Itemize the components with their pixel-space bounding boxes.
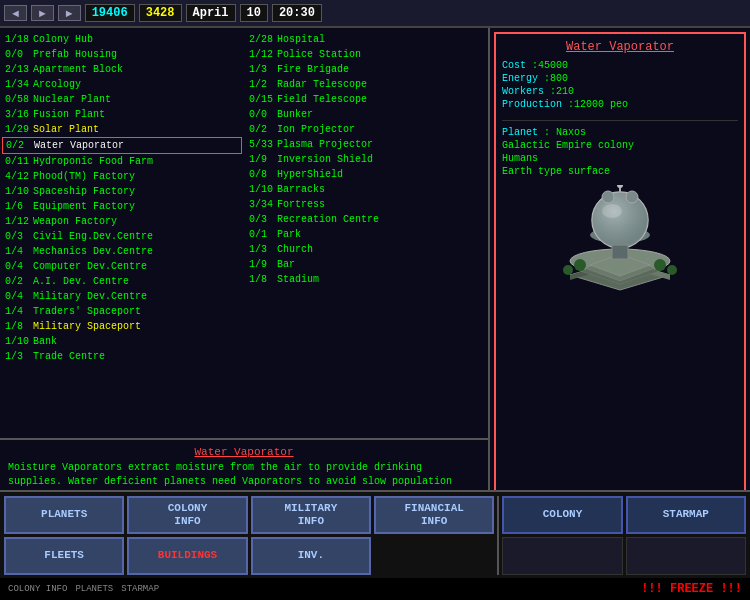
top-bar: ◄ ► ► 19406 3428 April 10 20:30 — [0, 0, 750, 28]
stat-month: April — [186, 4, 236, 22]
svg-point-14 — [617, 185, 623, 188]
building-image — [502, 185, 738, 295]
info-workers: Workers :210 — [502, 86, 738, 97]
building-item-col1-5[interactable]: 3/16Fusion Plant — [2, 107, 242, 122]
building-item-col2-12[interactable]: 0/3Recreation Centre — [246, 212, 486, 227]
building-col1: 1/18Colony Hub0/0Prefab Housing2/13Apart… — [0, 28, 244, 438]
btn-starmap[interactable]: STARMAP — [626, 496, 746, 534]
left-panel: 1/18Colony Hub0/0Prefab Housing2/13Apart… — [0, 28, 490, 518]
btn-inv[interactable]: INV. — [251, 537, 371, 575]
svg-point-19 — [667, 265, 677, 275]
info-title: Water Vaporator — [502, 40, 738, 54]
building-item-col1-3[interactable]: 1/34Arcology — [2, 77, 242, 92]
stat-population: 3428 — [139, 4, 182, 22]
building-item-col1-4[interactable]: 0/58Nuclear Plant — [2, 92, 242, 107]
stat-time: 20:30 — [272, 4, 322, 22]
nav-btn-left[interactable]: ◄ — [4, 5, 27, 21]
bottom-area: PLANETS COLONY INFO MILITARY INFO FINANC… — [0, 490, 750, 600]
status-starmap: STARMAP — [121, 584, 159, 594]
production-label: Production — [502, 99, 562, 110]
btn-empty2 — [626, 537, 746, 575]
building-item-col1-2[interactable]: 2/13Apartment Block — [2, 62, 242, 77]
svg-point-10 — [602, 204, 622, 218]
btn-military-info[interactable]: MILITARY INFO — [251, 496, 371, 534]
svg-point-9 — [592, 192, 648, 248]
building-item-col2-0[interactable]: 2/28Hospital — [246, 32, 486, 47]
building-col2: 2/28Hospital1/12Police Station1/3Fire Br… — [244, 28, 488, 438]
stat-day: 10 — [240, 4, 268, 22]
building-item-col1-13[interactable]: 0/3Civil Eng.Dev.Centre — [2, 229, 242, 244]
building-item-col2-4[interactable]: 0/15Field Telescope — [246, 92, 486, 107]
btn-fleets[interactable]: FLEETS — [4, 537, 124, 575]
svg-rect-15 — [612, 245, 628, 259]
workers-value: :210 — [550, 86, 574, 97]
building-item-col2-7[interactable]: 5/33Plasma Projector — [246, 137, 486, 152]
building-item-col1-18[interactable]: 1/4Traders' Spaceport — [2, 304, 242, 319]
building-item-col1-15[interactable]: 0/4Computer Dev.Centre — [2, 259, 242, 274]
building-item-col2-16[interactable]: 1/8Stadium — [246, 272, 486, 287]
building-item-col1-11[interactable]: 1/6Equipment Factory — [2, 199, 242, 214]
nav-btn-right1[interactable]: ► — [31, 5, 54, 21]
nav-btn-right2[interactable]: ► — [58, 5, 81, 21]
svg-point-12 — [626, 191, 638, 203]
planet-row: Planet : Naxos — [502, 127, 738, 138]
building-item-col2-8[interactable]: 1/9Inversion Shield — [246, 152, 486, 167]
energy-value: :800 — [544, 73, 568, 84]
building-item-col2-5[interactable]: 0/0Bunker — [246, 107, 486, 122]
building-item-col1-7[interactable]: 0/2Water Vaporator — [2, 137, 242, 154]
info-cost: Cost :45000 — [502, 60, 738, 71]
info-box: Water Vaporator Cost :45000 Energy :800 … — [494, 32, 746, 514]
building-item-col2-2[interactable]: 1/3Fire Brigade — [246, 62, 486, 77]
building-item-col2-1[interactable]: 1/12Police Station — [246, 47, 486, 62]
building-item-col1-19[interactable]: 1/8Military Spaceport — [2, 319, 242, 334]
btn-colony[interactable]: COLONY — [502, 496, 622, 534]
button-section: PLANETS COLONY INFO MILITARY INFO FINANC… — [0, 490, 750, 578]
btn-colony-info[interactable]: COLONY INFO — [127, 496, 247, 534]
btn-planets[interactable]: PLANETS — [4, 496, 124, 534]
building-item-col1-1[interactable]: 0/0Prefab Housing — [2, 47, 242, 62]
production-value: :12000 peo — [568, 99, 628, 110]
svg-point-11 — [602, 191, 614, 203]
energy-label: Energy — [502, 73, 538, 84]
building-item-col1-17[interactable]: 0/4Military Dev.Centre — [2, 289, 242, 304]
surface-row: Earth type surface — [502, 166, 738, 177]
divider — [497, 496, 499, 575]
svg-point-18 — [563, 265, 573, 275]
building-item-col2-9[interactable]: 0/8HyperShield — [246, 167, 486, 182]
building-item-col1-8[interactable]: 0/11Hydroponic Food Farm — [2, 154, 242, 169]
building-item-col1-21[interactable]: 1/3Trade Centre — [2, 349, 242, 364]
btn-buildings[interactable]: BUILDINGS — [127, 537, 247, 575]
freeze-label: !!! FREEZE !!! — [641, 582, 742, 596]
btn-financial-info[interactable]: FINANCIAL INFO — [374, 496, 494, 534]
building-item-col1-16[interactable]: 0/2A.I. Dev. Centre — [2, 274, 242, 289]
planet-label: Planet — [502, 127, 538, 138]
building-item-col2-6[interactable]: 0/2Ion Projector — [246, 122, 486, 137]
building-item-col1-12[interactable]: 1/12Weapon Factory — [2, 214, 242, 229]
race-row: Humans — [502, 153, 738, 164]
main-area: 1/18Colony Hub0/0Prefab Housing2/13Apart… — [0, 28, 750, 518]
building-item-col2-3[interactable]: 1/2Radar Telescope — [246, 77, 486, 92]
info-energy: Energy :800 — [502, 73, 738, 84]
building-item-col1-14[interactable]: 1/4Mechanics Dev.Centre — [2, 244, 242, 259]
building-item-col1-0[interactable]: 1/18Colony Hub — [2, 32, 242, 47]
building-item-col1-20[interactable]: 1/10Bank — [2, 334, 242, 349]
info-production: Production :12000 peo — [502, 99, 738, 110]
building-item-col2-14[interactable]: 1/3Church — [246, 242, 486, 257]
building-item-col2-13[interactable]: 0/1Park — [246, 227, 486, 242]
building-item-col2-11[interactable]: 3/34Fortress — [246, 197, 486, 212]
desc-title: Water Vaporator — [8, 446, 480, 458]
building-item-col1-9[interactable]: 4/12Phood(TM) Factory — [2, 169, 242, 184]
cost-label: Cost — [502, 60, 526, 71]
stat-credits: 19406 — [85, 4, 135, 22]
building-item-col2-10[interactable]: 1/10Barracks — [246, 182, 486, 197]
cost-value: :45000 — [532, 60, 568, 71]
status-planets: PLANETS — [75, 584, 113, 594]
building-item-col2-15[interactable]: 1/9Bar — [246, 257, 486, 272]
building-item-col1-6[interactable]: 1/29Solar Plant — [2, 122, 242, 137]
freeze-row: COLONY INFO PLANETS STARMAP !!! FREEZE !… — [0, 578, 750, 600]
building-list: 1/18Colony Hub0/0Prefab Housing2/13Apart… — [0, 28, 488, 438]
building-item-col1-10[interactable]: 1/10Spaceship Factory — [2, 184, 242, 199]
status-colony: COLONY INFO — [8, 584, 67, 594]
btn-empty1 — [502, 537, 622, 575]
planet-info: Planet : Naxos Galactic Empire colony Hu… — [502, 120, 738, 177]
